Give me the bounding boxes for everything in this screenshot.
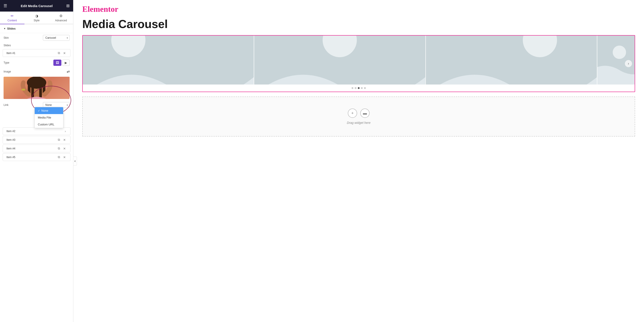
item-1-duplicate-button[interactable]: ⧉ bbox=[57, 51, 61, 55]
type-image-button[interactable]: 🖼 bbox=[53, 60, 62, 66]
tab-content[interactable]: ✏ Content bbox=[0, 12, 24, 24]
svg-rect-8 bbox=[22, 89, 25, 90]
widget-section-title: Media Carousel bbox=[82, 17, 635, 31]
svg-rect-5 bbox=[31, 82, 34, 98]
item-3-delete-button[interactable]: ✕ bbox=[62, 138, 67, 142]
image-label: Image bbox=[4, 70, 11, 73]
carousel-dots bbox=[83, 84, 635, 92]
add-widget-button[interactable]: + bbox=[348, 108, 357, 118]
check-icon: ✓ bbox=[38, 109, 40, 112]
item-1-label: Item #1 bbox=[6, 52, 56, 55]
svg-rect-9 bbox=[83, 36, 254, 84]
dropdown-media-label: Media File bbox=[38, 116, 51, 119]
dropdown-option-media-file[interactable]: Media File bbox=[35, 114, 63, 121]
collapse-arrow-icon: ‹ bbox=[74, 159, 76, 163]
grid-icon[interactable]: ⊞ bbox=[66, 3, 70, 8]
item-4-duplicate-button[interactable]: ⧉ bbox=[57, 146, 61, 151]
person-silhouette bbox=[4, 77, 70, 99]
type-field-row: Type 🖼 ▶ bbox=[0, 58, 73, 68]
tab-content-label: Content bbox=[8, 19, 17, 22]
type-label: Type bbox=[4, 61, 9, 64]
hamburger-icon[interactable]: ☰ bbox=[4, 3, 7, 8]
skin-label: Skin bbox=[4, 36, 9, 39]
carousel-dot-4[interactable] bbox=[361, 87, 363, 89]
carousel-next-button[interactable]: › bbox=[625, 60, 632, 67]
slide-3-placeholder-image bbox=[426, 36, 597, 84]
browse-widgets-button[interactable]: ▬ bbox=[360, 108, 370, 118]
slide-2-placeholder-image bbox=[254, 36, 425, 84]
type-video-button[interactable]: ▶ bbox=[62, 60, 70, 66]
dropdown-option-none[interactable]: ✓ None bbox=[35, 107, 63, 114]
slide-1-placeholder-image bbox=[83, 36, 254, 84]
list-item: Item #3 ⧉ ✕ bbox=[3, 136, 70, 144]
item-2-label: Item #2 bbox=[6, 130, 62, 133]
item-1-delete-button[interactable]: ✕ bbox=[62, 51, 67, 55]
carousel-dot-2[interactable] bbox=[355, 87, 356, 89]
list-item: Item #1 ⧉ ✕ bbox=[3, 49, 70, 57]
dropdown-none-label: None bbox=[41, 109, 48, 112]
section-collapse-arrow: ▼ bbox=[4, 27, 6, 30]
drag-widget-label: Drag widget here bbox=[347, 121, 371, 124]
svg-rect-6 bbox=[39, 82, 42, 98]
link-field-row: Link None ▾ ✓ None Media File Custom URL bbox=[0, 100, 73, 110]
item-3-duplicate-button[interactable]: ⧉ bbox=[57, 138, 61, 142]
carousel-slide-3 bbox=[426, 36, 597, 84]
gear-icon: ⚙ bbox=[59, 14, 62, 18]
item-3-label: Item #3 bbox=[6, 138, 56, 142]
image-preview[interactable] bbox=[4, 77, 70, 99]
tab-advanced-label: Advanced bbox=[55, 19, 67, 22]
image-placeholder bbox=[4, 77, 70, 99]
panel-header: ☰ Edit Media Carousel ⊞ bbox=[0, 0, 73, 12]
panel-title: Edit Media Carousel bbox=[21, 4, 52, 8]
image-replace-icon[interactable]: ⇄ bbox=[67, 70, 70, 74]
item-5-duplicate-button[interactable]: ⧉ bbox=[57, 155, 61, 160]
carousel-slide-2 bbox=[254, 36, 425, 84]
edit-icon: ✏ bbox=[11, 14, 14, 18]
list-item: Item #2 › bbox=[3, 128, 70, 135]
list-item: Item #5 ⧉ ✕ bbox=[3, 153, 70, 161]
carousel-slide-1 bbox=[83, 36, 254, 84]
tab-style[interactable]: ◑ Style bbox=[24, 12, 49, 24]
slides-section-label: Slides bbox=[7, 27, 16, 30]
slides-label: Slides bbox=[0, 42, 73, 48]
slides-section-header[interactable]: ▼ Slides bbox=[0, 24, 73, 33]
item-2-collapse-button[interactable]: › bbox=[64, 129, 67, 134]
dropdown-option-custom-url[interactable]: Custom URL bbox=[35, 121, 63, 128]
empty-section-icons: + ▬ bbox=[348, 108, 370, 118]
left-panel: ☰ Edit Media Carousel ⊞ ✏ Content ◑ Styl… bbox=[0, 0, 74, 322]
skin-field-row: Skin Carousel ▾ bbox=[0, 33, 73, 42]
type-button-group: 🖼 ▶ bbox=[53, 60, 70, 66]
item-4-label: Item #4 bbox=[6, 147, 56, 150]
folder-icon: ▬ bbox=[363, 111, 367, 116]
carousel-inner bbox=[83, 36, 635, 84]
carousel-dot-1[interactable] bbox=[352, 87, 353, 89]
skin-select[interactable]: Carousel bbox=[43, 35, 70, 41]
canvas-area: Elementor Media Carousel bbox=[74, 0, 644, 322]
skin-select-wrapper: Carousel ▾ bbox=[43, 35, 70, 41]
list-item: Item #4 ⧉ ✕ bbox=[3, 144, 70, 152]
svg-point-16 bbox=[613, 46, 626, 59]
panel-collapse-handle[interactable]: ‹ bbox=[74, 156, 77, 166]
empty-section: + ▬ Drag widget here bbox=[82, 96, 635, 136]
item-5-delete-button[interactable]: ✕ bbox=[62, 155, 67, 160]
image-field-row: Image ⇄ bbox=[0, 68, 73, 76]
tab-advanced[interactable]: ⚙ Advanced bbox=[49, 12, 73, 24]
plus-icon: + bbox=[351, 111, 354, 116]
link-label: Link bbox=[4, 104, 8, 106]
svg-rect-13 bbox=[426, 36, 597, 84]
tab-style-label: Style bbox=[34, 19, 40, 22]
elementor-brand-title: Elementor bbox=[82, 4, 635, 14]
item-5-label: Item #5 bbox=[6, 156, 56, 159]
item-4-delete-button[interactable]: ✕ bbox=[62, 146, 67, 151]
carousel-widget[interactable]: › bbox=[82, 35, 635, 92]
carousel-dot-3[interactable] bbox=[358, 87, 360, 89]
dropdown-custom-label: Custom URL bbox=[38, 123, 54, 126]
panel-content: ▼ Slides Skin Carousel ▾ Slides Item #1 … bbox=[0, 24, 73, 322]
right-panel: ‹ Elementor Media Carousel bbox=[74, 0, 644, 322]
link-dropdown-menu: ✓ None Media File Custom URL bbox=[34, 107, 64, 128]
style-icon: ◑ bbox=[35, 14, 38, 18]
tabs-row: ✏ Content ◑ Style ⚙ Advanced bbox=[0, 12, 73, 24]
carousel-dot-5[interactable] bbox=[364, 87, 366, 89]
